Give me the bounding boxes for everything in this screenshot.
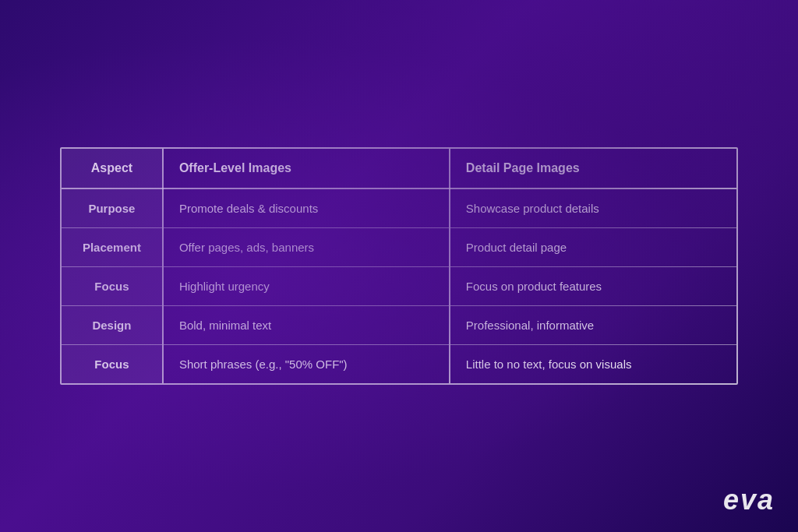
- row-aspect-0: Purpose: [62, 188, 163, 228]
- row-offer-4: Short phrases (e.g., "50% OFF"): [163, 345, 450, 384]
- row-offer-1: Offer pages, ads, banners: [163, 228, 450, 267]
- row-offer-2: Highlight urgency: [163, 267, 450, 306]
- table-header-row: Aspect Offer-Level Images Detail Page Im…: [62, 149, 736, 188]
- row-aspect-4: Focus: [62, 345, 163, 384]
- table-body: PurposePromote deals & discountsShowcase…: [62, 188, 736, 383]
- row-offer-0: Promote deals & discounts: [163, 188, 450, 228]
- row-aspect-3: Design: [62, 306, 163, 345]
- comparison-table: Aspect Offer-Level Images Detail Page Im…: [60, 147, 738, 385]
- table-row: FocusShort phrases (e.g., "50% OFF")Litt…: [62, 345, 736, 384]
- header-detail-page: Detail Page Images: [450, 149, 736, 188]
- row-offer-3: Bold, minimal text: [163, 306, 450, 345]
- table-row: DesignBold, minimal textProfessional, in…: [62, 306, 736, 345]
- row-detail-2: Focus on product features: [450, 267, 736, 306]
- row-detail-0: Showcase product details: [450, 188, 736, 228]
- row-detail-1: Product detail page: [450, 228, 736, 267]
- table-row: PurposePromote deals & discountsShowcase…: [62, 188, 736, 228]
- row-detail-3: Professional, informative: [450, 306, 736, 345]
- row-aspect-1: Placement: [62, 228, 163, 267]
- table-row: PlacementOffer pages, ads, bannersProduc…: [62, 228, 736, 267]
- eva-logo: eva: [723, 484, 775, 516]
- table-row: FocusHighlight urgencyFocus on product f…: [62, 267, 736, 306]
- header-offer-level: Offer-Level Images: [163, 149, 450, 188]
- header-aspect: Aspect: [62, 149, 163, 188]
- row-aspect-2: Focus: [62, 267, 163, 306]
- row-detail-4: Little to no text, focus on visuals: [450, 345, 736, 384]
